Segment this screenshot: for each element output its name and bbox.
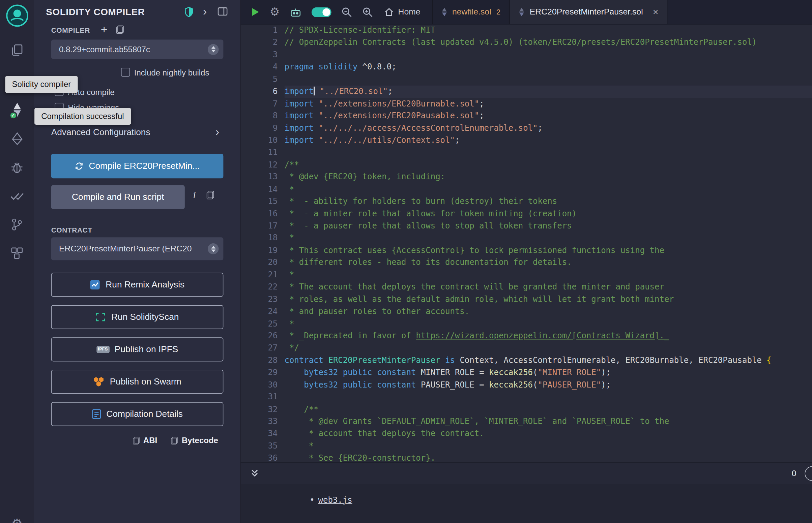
play-icon[interactable] — [251, 7, 260, 17]
gear-icon[interactable]: ⚙ — [270, 6, 280, 18]
unit-testing-icon[interactable] — [0, 191, 34, 201]
code-line[interactable]: // OpenZeppelin Contracts (last updated … — [284, 37, 812, 49]
line-number: 30 — [241, 379, 278, 391]
code-line[interactable]: import "../extensions/ERC20Burnable.sol"… — [284, 98, 812, 110]
solidity-compiler-icon[interactable]: ✓ — [0, 102, 34, 117]
line-number: 3 — [241, 49, 278, 61]
tab-newfile[interactable]: newfile.sol 2 — [432, 0, 510, 24]
line-number: 6 — [241, 86, 278, 98]
code-line[interactable]: * different roles - head to its document… — [284, 257, 812, 269]
zoom-in-icon[interactable] — [362, 6, 373, 17]
code-line[interactable]: import "../extensions/ERC20Pausable.sol"… — [284, 110, 812, 122]
git-icon[interactable] — [0, 218, 34, 231]
publish-on-ipfs-button[interactable]: IPFS Publish on IPFS — [51, 337, 224, 361]
nightly-builds-checkbox[interactable] — [121, 68, 130, 76]
compiler-version-select[interactable]: 0.8.29+commit.ab55807c — [51, 40, 224, 59]
code-token — [314, 136, 318, 145]
zoom-out-icon[interactable] — [341, 6, 352, 17]
debugger-icon[interactable] — [0, 161, 34, 174]
advanced-configurations[interactable]: Advanced Configurations — [51, 127, 151, 138]
code-line[interactable]: * and pauser roles to other accounts. — [284, 306, 812, 318]
code-line[interactable]: */ — [284, 342, 812, 355]
web3-link[interactable]: web3.js — [318, 495, 352, 505]
copy-icon[interactable] — [207, 191, 214, 199]
tab-home[interactable]: Home — [378, 0, 427, 24]
split-panel-icon[interactable] — [217, 7, 227, 16]
code-line[interactable]: * @dev {ERC20} token, including: — [284, 171, 812, 183]
copy-icon[interactable] — [116, 25, 124, 34]
code-line[interactable]: /** — [284, 159, 812, 171]
code-line[interactable]: * See {ERC20-constructor}. — [284, 452, 812, 462]
code-line[interactable]: pragma solidity ^0.8.0; — [284, 61, 812, 73]
code-line[interactable] — [284, 147, 812, 159]
contract-section-label: CONTRACT — [51, 227, 92, 234]
file-explorer-icon[interactable] — [0, 43, 34, 57]
code-line[interactable]: * — [284, 183, 812, 196]
terminal-search-input[interactable] — [805, 466, 812, 481]
code-line[interactable]: * - a pauser role that allows to stop al… — [284, 220, 812, 232]
contract-select[interactable]: ERC20PresetMinterPauser (ERC20 — [51, 237, 224, 260]
code-line[interactable]: * roles, as well as the default admin ro… — [284, 293, 812, 306]
code-area[interactable]: // SPDX-License-Identifier: MIT// OpenZe… — [284, 24, 812, 462]
code-token: public — [343, 368, 372, 377]
nightly-builds-label: Include nightly builds — [134, 68, 209, 78]
compilation-details-button[interactable]: Compilation Details — [51, 402, 224, 426]
code-line[interactable]: * — [284, 269, 812, 281]
tab-label: newfile.sol — [452, 7, 491, 17]
ai-toggle[interactable] — [312, 7, 332, 17]
code-line[interactable]: * account that deploys the contract. — [284, 428, 812, 440]
copy-bytecode[interactable]: Bytecode — [171, 436, 218, 446]
copy-abi[interactable]: ABI — [132, 436, 157, 446]
settings-gear-icon[interactable]: ⚙ — [0, 516, 34, 523]
code-line[interactable]: import "../../../utils/Context.sol"; — [284, 134, 812, 147]
code-line[interactable]: * @dev Grants `DEFAULT_ADMIN_ROLE`, `MIN… — [284, 415, 812, 428]
code-line[interactable]: * - a minter role that allows for token … — [284, 208, 812, 220]
code-line[interactable]: * — [284, 440, 812, 452]
code-token: * — [284, 319, 294, 328]
code-line[interactable]: // SPDX-License-Identifier: MIT — [284, 24, 812, 37]
plus-icon[interactable]: + — [101, 23, 108, 36]
code-line[interactable]: import "../../../access/AccessControlEnu… — [284, 122, 812, 134]
code-line[interactable]: bytes32 public constant PAUSER_ROLE = ke… — [284, 379, 812, 391]
code-line[interactable]: * _Deprecated in favor of https://wizard… — [284, 330, 812, 342]
code-line[interactable]: * — [284, 318, 812, 330]
line-number: 21 — [241, 269, 278, 281]
line-number: 11 — [241, 147, 278, 159]
run-remix-analysis-button[interactable]: Run Remix Analysis — [51, 273, 224, 296]
code-token: "../ERC20.sol" — [320, 87, 388, 96]
tab-erc20presetminterpauser[interactable]: ERC20PresetMinterPauser.sol × — [509, 0, 667, 24]
code-line[interactable] — [284, 49, 812, 61]
line-number: 29 — [241, 367, 278, 379]
remix-logo[interactable] — [0, 4, 34, 27]
deploy-run-icon[interactable] — [0, 132, 34, 146]
code-line[interactable]: /** — [284, 403, 812, 415]
line-number: 32 — [241, 403, 278, 415]
code-line[interactable]: * - ability for holders to burn (destroy… — [284, 196, 812, 208]
code-line[interactable]: * — [284, 232, 812, 244]
code-line[interactable]: import "../ERC20.sol"; — [284, 86, 812, 98]
compile-button[interactable]: Compile ERC20PresetMin... — [51, 154, 224, 179]
publish-on-swarm-button[interactable]: Publish on Swarm — [51, 370, 224, 394]
code-token: "PAUSER_ROLE" — [538, 380, 601, 390]
shield-icon[interactable] — [184, 7, 194, 17]
code-token: ( — [533, 368, 537, 377]
code-line[interactable]: contract ERC20PresetMinterPauser is Cont… — [284, 355, 812, 367]
code-editor[interactable]: 1234567891011121314151617181920212223242… — [241, 24, 812, 462]
info-icon[interactable]: i — [193, 190, 196, 201]
code-line[interactable] — [284, 73, 812, 86]
line-number: 27 — [241, 342, 278, 355]
robot-icon[interactable] — [290, 7, 302, 17]
collapse-terminal-icon[interactable] — [250, 469, 259, 477]
chevron-right-icon[interactable]: › — [215, 126, 219, 138]
line-number: 22 — [241, 281, 278, 293]
chevron-right-icon[interactable]: › — [203, 5, 207, 18]
run-solidityscan-button[interactable]: Run SolidityScan — [51, 305, 224, 329]
close-icon[interactable]: × — [653, 6, 658, 17]
plugin-manager-icon[interactable] — [0, 247, 34, 260]
code-line[interactable]: * This contract uses {AccessControl} to … — [284, 245, 812, 257]
code-token: "../../../utils/Context.sol" — [319, 136, 455, 145]
compile-and-run-button[interactable]: Compile and Run script — [51, 185, 185, 209]
code-line[interactable]: * The account that deploys the contract … — [284, 281, 812, 293]
code-line[interactable] — [284, 391, 812, 403]
code-line[interactable]: bytes32 public constant MINTER_ROLE = ke… — [284, 367, 812, 379]
